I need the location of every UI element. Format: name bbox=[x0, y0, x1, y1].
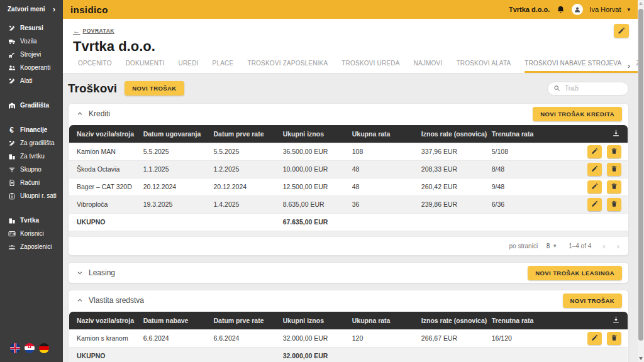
costs-toolbar: Troškovi NOVI TROŠAK bbox=[68, 81, 629, 96]
download-icon[interactable] bbox=[612, 315, 620, 324]
scrollbar[interactable] bbox=[638, 0, 644, 362]
tabs-overflow-chevron-icon[interactable]: › bbox=[621, 60, 636, 71]
scroll-up-arrow[interactable] bbox=[639, 2, 643, 5]
sidebar-item-label: Alati bbox=[20, 77, 32, 85]
collapse-chevron-down-icon[interactable] bbox=[76, 269, 84, 277]
table-row: Kamion s kranom6.6.20246.6.202432.000,00… bbox=[69, 329, 628, 347]
sidebar-item-label: Resursi bbox=[20, 25, 43, 32]
total-row: UKUPNO67.635,00 EUR bbox=[69, 213, 628, 231]
user-avatar[interactable] bbox=[572, 4, 583, 15]
sidebar-item-resursi[interactable]: Resursi bbox=[0, 21, 63, 35]
tab-op-enito[interactable]: OPĆENITO bbox=[78, 60, 112, 73]
back-link[interactable]: ← POVRATAK bbox=[73, 27, 114, 35]
edit-row-button[interactable] bbox=[587, 332, 602, 345]
collapse-chevron-up-icon[interactable] bbox=[76, 297, 84, 304]
sidebar-item-ra-uni[interactable]: Računi bbox=[0, 176, 63, 189]
total-row: UKUPNO32.000,00 EUR bbox=[69, 347, 628, 362]
krediti-pagination: po stranici 8 ▼ 1–4 of 4 ‹ › bbox=[69, 236, 628, 255]
edit-row-button[interactable] bbox=[587, 180, 602, 194]
notifications-bell-icon[interactable] bbox=[556, 5, 565, 14]
building-icon bbox=[8, 152, 16, 160]
new-leasing-cost-button[interactable]: NOVI TROŠAK LEASINGA bbox=[528, 266, 622, 280]
close-menu-button[interactable]: Zatvori meni › bbox=[0, 0, 63, 15]
edit-row-button[interactable] bbox=[587, 163, 602, 176]
edit-company-button[interactable] bbox=[614, 24, 629, 38]
tab-dokumenti[interactable]: DOKUMENTI bbox=[126, 60, 165, 73]
sidebar-item-vozila[interactable]: Vozila bbox=[0, 35, 63, 48]
search-box[interactable] bbox=[547, 82, 629, 96]
leasing-title: Leasing bbox=[89, 268, 115, 277]
sidebar-item-gradili-ta[interactable]: Gradilišta bbox=[0, 99, 63, 112]
rows-per-page-select[interactable]: po stranici 8 ▼ bbox=[509, 243, 558, 250]
chevron-down-icon[interactable]: ▾ bbox=[627, 6, 630, 13]
company-name: Tvrtka d.o.o. bbox=[509, 6, 550, 13]
sidebar: Zatvori meni › ResursiVozilaStrojeviKoop… bbox=[0, 0, 63, 362]
collapse-chevron-up-icon[interactable] bbox=[76, 110, 84, 118]
column-header: Ukupna rata bbox=[350, 312, 419, 329]
edit-row-button[interactable] bbox=[587, 198, 602, 211]
sidebar-item-label: Za gradilišta bbox=[20, 140, 54, 147]
topbar-right: Tvrtka d.o.o. Iva Horvat ▾ bbox=[509, 4, 630, 15]
section-leasing: Leasing NOVI TROŠAK LEASINGA bbox=[68, 262, 629, 283]
tab-tro-kovi-zaposlenika[interactable]: TROŠKOVI ZAPOSLENIKA bbox=[247, 60, 328, 73]
trash-icon bbox=[611, 182, 618, 192]
next-page-button[interactable]: › bbox=[617, 241, 619, 251]
app-logo[interactable]: insidico bbox=[70, 4, 108, 15]
close-menu-label: Zatvori meni bbox=[8, 6, 45, 13]
table-row: Škoda Octavia1.1.20251.2.202510.000,00 E… bbox=[69, 160, 628, 178]
sidebar-item-za-tvrtku[interactable]: Za tvrtku bbox=[0, 150, 63, 163]
new-cost-button[interactable]: NOVI TROŠAK bbox=[125, 81, 184, 96]
topbar: insidico Tvrtka d.o.o. Iva Horvat ▾ bbox=[63, 0, 638, 19]
sidebar-item-alati[interactable]: Alati bbox=[0, 74, 63, 87]
flag-de-icon[interactable] bbox=[39, 343, 49, 353]
tab-tro-kovi-alata[interactable]: TROŠKOVI ALATA bbox=[456, 60, 511, 73]
sidebar-item-za-gradili-ta[interactable]: Za gradilišta bbox=[0, 136, 63, 150]
chevron-down-icon: ▼ bbox=[552, 243, 557, 249]
sidebar-item-kooperanti[interactable]: Kooperanti bbox=[0, 61, 63, 74]
sidebar-item-label: Financije bbox=[20, 126, 47, 134]
new-credit-cost-button[interactable]: NOVI TROŠAK KREDITA bbox=[533, 107, 622, 121]
delete-row-button[interactable] bbox=[607, 198, 621, 211]
sidebar-item-skupno[interactable]: Skupno bbox=[0, 163, 63, 176]
main-area: ← POVRATAK Tvrtka d.o.o. OPĆENITODOKUMEN… bbox=[63, 19, 638, 362]
flag-hr-icon[interactable] bbox=[25, 343, 35, 353]
scroll-down-arrow[interactable] bbox=[639, 357, 643, 360]
tab-uredi[interactable]: UREDI bbox=[178, 60, 198, 73]
pencil-icon bbox=[591, 200, 598, 209]
user-name[interactable]: Iva Horvat bbox=[589, 6, 621, 13]
sidebar-item-ukupni-r-sati[interactable]: Ukupni r. sati bbox=[0, 189, 63, 202]
delete-row-button[interactable] bbox=[607, 332, 621, 345]
trash-icon bbox=[611, 147, 618, 156]
users-icon bbox=[8, 63, 16, 72]
edit-row-button[interactable] bbox=[587, 145, 602, 158]
sidebar-item-label: Strojevi bbox=[20, 51, 41, 58]
scrollbar-thumb[interactable] bbox=[638, 9, 643, 341]
tab-pla-e[interactable]: PLAĆE bbox=[213, 60, 234, 73]
prev-page-button[interactable]: ‹ bbox=[602, 241, 605, 251]
clipboard-icon bbox=[8, 192, 16, 200]
search-icon bbox=[553, 85, 560, 92]
idcard-icon bbox=[8, 229, 16, 238]
krediti-header: Krediti NOVI TROŠAK KREDITA bbox=[69, 104, 628, 124]
delete-row-button[interactable] bbox=[607, 145, 621, 158]
new-own-funds-cost-button[interactable]: NOVI TROŠAK bbox=[563, 293, 622, 308]
sidebar-item-korisnici[interactable]: Korisnici bbox=[0, 227, 63, 240]
sidebar-item-financije[interactable]: €Financije bbox=[0, 123, 63, 136]
table-filler bbox=[69, 231, 628, 236]
flag-uk-icon[interactable] bbox=[10, 343, 20, 353]
filter-icon bbox=[8, 165, 16, 173]
column-header: Datum ugovaranja bbox=[141, 125, 211, 143]
search-input[interactable] bbox=[564, 84, 623, 92]
sidebar-item-zaposlenici[interactable]: Zaposlenici bbox=[0, 240, 63, 253]
delete-row-button[interactable] bbox=[607, 163, 621, 176]
tools-icon bbox=[8, 139, 16, 147]
delete-row-button[interactable] bbox=[607, 180, 621, 194]
sidebar-item-tvrtka[interactable]: Tvrtka bbox=[0, 214, 63, 227]
page-title: Tvrtka d.o.o. bbox=[73, 38, 638, 55]
tab-tro-kovi-ureda[interactable]: TROŠKOVI UREDA bbox=[341, 60, 399, 73]
pencil-icon bbox=[618, 27, 625, 35]
download-icon[interactable] bbox=[612, 129, 620, 137]
table-row: Kamion MAN5.5.20255.5.202536.500,00 EUR1… bbox=[69, 143, 628, 160]
tab-najmovi[interactable]: NAJMOVI bbox=[414, 60, 443, 73]
sidebar-item-strojevi[interactable]: Strojevi bbox=[0, 48, 63, 61]
